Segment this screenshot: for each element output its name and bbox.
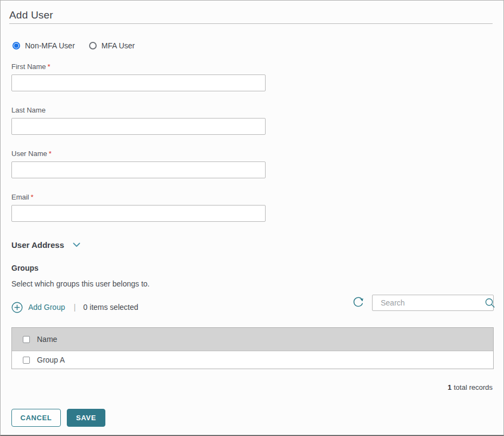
user-type-radio-group: Non-MFA User MFA User <box>12 41 135 50</box>
group-name-cell: Group A <box>37 356 65 364</box>
radio-mfa-user[interactable]: MFA User <box>89 41 135 50</box>
toolbar-separator: | <box>74 303 76 312</box>
email-label-text: Email <box>11 193 29 201</box>
last-name-input[interactable] <box>11 118 266 135</box>
groups-heading: Groups <box>11 264 39 272</box>
first-name-input[interactable] <box>11 74 266 91</box>
groups-table: Name Group A <box>11 327 494 369</box>
user-address-label: User Address <box>11 240 64 250</box>
plus-circle-icon[interactable] <box>11 302 23 313</box>
search-input[interactable] <box>373 298 482 307</box>
last-name-label-text: Last Name <box>11 106 46 114</box>
add-group-button[interactable]: Add Group <box>11 302 65 313</box>
user-name-label-text: User Name <box>11 150 47 158</box>
last-name-label: Last Name <box>11 106 266 114</box>
page-title: Add User <box>9 9 53 21</box>
add-group-label: Add Group <box>28 303 65 312</box>
email-label: Email* <box>11 193 266 201</box>
groups-description: Select which groups this user belongs to… <box>11 279 149 288</box>
column-header-name: Name <box>37 335 57 344</box>
save-button[interactable]: SAVE <box>67 409 105 427</box>
radio-unselected-icon[interactable] <box>89 42 97 49</box>
first-name-field: First Name* <box>11 63 266 91</box>
total-records: 1total records <box>448 383 493 391</box>
refresh-button[interactable] <box>351 295 366 309</box>
user-name-field: User Name* <box>11 150 266 178</box>
cancel-button[interactable]: CANCEL <box>11 409 61 427</box>
radio-selected-icon[interactable] <box>12 42 20 49</box>
title-divider <box>9 23 493 24</box>
email-input[interactable] <box>11 205 266 222</box>
select-all-checkbox[interactable] <box>23 336 30 343</box>
last-name-field: Last Name <box>11 106 266 135</box>
user-name-input[interactable] <box>11 161 266 178</box>
group-search <box>372 295 494 311</box>
total-records-label: total records <box>453 383 493 391</box>
required-asterisk: * <box>48 63 51 71</box>
search-icon[interactable] <box>482 297 501 308</box>
required-asterisk: * <box>49 150 52 158</box>
required-asterisk: * <box>31 193 34 201</box>
email-field: Email* <box>11 193 266 222</box>
first-name-label: First Name* <box>11 63 266 71</box>
total-records-count: 1 <box>448 383 451 391</box>
items-selected-count: 0 items selected <box>83 303 138 312</box>
radio-mfa-label: MFA User <box>102 41 135 50</box>
refresh-icon[interactable] <box>351 295 366 309</box>
first-name-label-text: First Name <box>11 63 46 71</box>
user-name-label: User Name* <box>11 150 266 158</box>
groups-toolbar: Add Group | 0 items selected <box>11 301 138 314</box>
row-checkbox[interactable] <box>23 357 30 364</box>
chevron-down-icon[interactable] <box>73 242 80 247</box>
user-address-toggle[interactable]: User Address <box>11 240 80 250</box>
add-user-page: Add User Non-MFA User MFA User First Nam… <box>0 0 504 436</box>
radio-non-mfa-label: Non-MFA User <box>25 41 75 50</box>
radio-non-mfa-user[interactable]: Non-MFA User <box>12 41 75 50</box>
table-header-row: Name <box>12 328 493 351</box>
table-row[interactable]: Group A <box>12 351 493 369</box>
